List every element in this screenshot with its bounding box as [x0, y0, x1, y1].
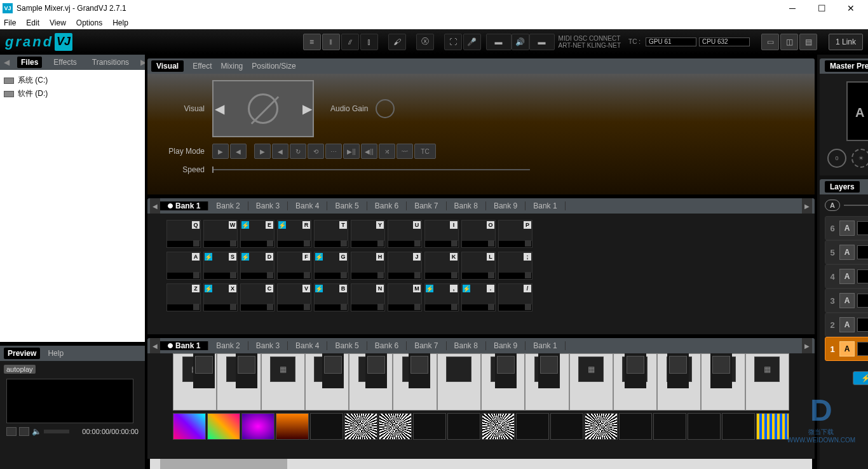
- speed-slider[interactable]: [212, 169, 530, 170]
- film-cell[interactable]: [653, 413, 686, 440]
- tab-visual[interactable]: Visual: [151, 60, 184, 72]
- black-key[interactable]: [236, 353, 257, 388]
- black-key[interactable]: [538, 353, 560, 388]
- preview-volume-slider[interactable]: [44, 430, 69, 433]
- key-slot[interactable]: [195, 356, 213, 374]
- edit-icon[interactable]: [451, 304, 458, 310]
- clip-cell[interactable]: Y: [351, 220, 385, 248]
- clip-cell[interactable]: T: [314, 220, 348, 248]
- layer-row[interactable]: 4 A B ▶ ⊙ ✎: [825, 264, 868, 289]
- close-button[interactable]: ✕: [836, 0, 865, 17]
- pulse-button[interactable]: 〰: [397, 144, 413, 159]
- edit-icon[interactable]: [414, 240, 421, 247]
- edit-icon[interactable]: [230, 240, 236, 247]
- preview-play-button[interactable]: [6, 427, 17, 436]
- clip-cell[interactable]: P: [498, 220, 532, 248]
- clip-cell[interactable]: V: [277, 283, 311, 311]
- pause-step-button[interactable]: ▶||: [343, 144, 360, 159]
- layer-row[interactable]: 2 A B ▶ ⊙ ✎: [825, 313, 868, 337]
- clip-cell[interactable]: M: [388, 283, 422, 311]
- waveform-icon[interactable]: ⫽: [341, 34, 359, 50]
- key-slot[interactable]: [712, 356, 730, 374]
- edit-icon[interactable]: [525, 272, 531, 278]
- black-key[interactable]: [667, 353, 689, 388]
- bank2-next-button[interactable]: ▶: [802, 338, 812, 353]
- clip-cell[interactable]: F: [277, 252, 311, 280]
- bank-tab-10[interactable]: Bank 1: [526, 201, 565, 210]
- bank2-prev-button[interactable]: ◀: [150, 338, 160, 353]
- maximize-button[interactable]: ☐: [807, 0, 836, 17]
- fullscreen-icon[interactable]: ⛶: [444, 34, 462, 50]
- tab-preview[interactable]: Preview: [4, 348, 40, 359]
- clip-cell[interactable]: ⚡.: [461, 283, 496, 311]
- edit-icon[interactable]: [193, 304, 200, 310]
- black-key[interactable]: [365, 353, 387, 388]
- white-key[interactable]: ▦: [745, 353, 789, 411]
- film-cell[interactable]: [688, 413, 721, 440]
- film-cell[interactable]: [241, 413, 275, 440]
- bank-tab-8[interactable]: Bank 8: [447, 201, 486, 210]
- clip-cell[interactable]: K: [424, 252, 459, 280]
- edit-icon[interactable]: [377, 240, 384, 247]
- bank-tab-9[interactable]: Bank 9: [486, 201, 526, 210]
- tab-preview-help[interactable]: Help: [48, 349, 64, 358]
- key-slot[interactable]: [540, 356, 558, 374]
- layer-row[interactable]: 5 A B ▶ ⊙ ✎: [825, 240, 868, 264]
- master-knob-1[interactable]: 0: [827, 149, 846, 168]
- bank2-tab-6[interactable]: Bank 6: [367, 341, 407, 350]
- film-cell[interactable]: [550, 413, 583, 440]
- layer-a-button[interactable]: A: [839, 317, 855, 332]
- step-back-button[interactable]: ◀: [272, 144, 288, 159]
- clip-cell[interactable]: J: [388, 252, 422, 280]
- key-slot[interactable]: [410, 356, 428, 374]
- edit-icon[interactable]: [267, 272, 273, 278]
- level-icon[interactable]: ⫿: [360, 34, 378, 50]
- layer-row[interactable]: 1 A B ▶ ⊙ ✎: [825, 337, 868, 361]
- key-slot[interactable]: [627, 356, 644, 374]
- edit-icon[interactable]: [304, 304, 310, 310]
- key-slot[interactable]: ▦: [754, 357, 780, 382]
- key-slot[interactable]: [497, 356, 515, 374]
- key-slot[interactable]: ▦: [270, 357, 295, 382]
- menu-file[interactable]: File: [4, 18, 16, 27]
- mic-icon[interactable]: 🎤: [463, 34, 481, 50]
- rewind-button[interactable]: ◀||: [361, 144, 377, 159]
- speaker-icon[interactable]: 🔊: [512, 34, 529, 50]
- edit-icon[interactable]: [488, 304, 494, 310]
- bank2-tab-2[interactable]: Bank 2: [208, 341, 248, 350]
- tc-button[interactable]: TC: [414, 144, 436, 159]
- black-key[interactable]: [495, 353, 517, 388]
- menu-help[interactable]: Help: [112, 18, 128, 27]
- brightness-knob[interactable]: ☀: [851, 149, 868, 168]
- layout-2-icon[interactable]: ◫: [780, 34, 798, 50]
- key-slot[interactable]: [446, 357, 471, 382]
- layout-1-icon[interactable]: ▭: [761, 34, 779, 50]
- key-slot[interactable]: [367, 356, 385, 374]
- bank-tab-5[interactable]: Bank 5: [327, 201, 367, 210]
- brush-icon[interactable]: 🖌: [388, 34, 406, 50]
- key-slot[interactable]: [238, 356, 255, 374]
- clip-cell[interactable]: ⚡B: [314, 283, 348, 311]
- loop-button[interactable]: ↻: [290, 144, 306, 159]
- bank2-tab-8[interactable]: Bank 8: [447, 341, 486, 350]
- edit-icon[interactable]: [304, 272, 310, 278]
- clip-cell[interactable]: Q: [166, 220, 201, 248]
- film-cell[interactable]: [276, 413, 309, 440]
- clip-cell[interactable]: W: [203, 220, 238, 248]
- clip-cell[interactable]: ⚡S: [203, 252, 238, 280]
- clear-icon[interactable]: ⓧ: [416, 34, 434, 50]
- clip-cell[interactable]: /: [498, 283, 532, 311]
- clip-cell[interactable]: ⚡R: [277, 220, 311, 248]
- edit-icon[interactable]: [451, 272, 458, 278]
- clip-cell[interactable]: I: [424, 220, 459, 248]
- black-key[interactable]: [710, 353, 732, 388]
- bank2-tab-3[interactable]: Bank 3: [248, 341, 288, 350]
- piano-scrollbar[interactable]: [150, 459, 812, 469]
- edit-icon[interactable]: [377, 304, 384, 310]
- bank-next-button[interactable]: ▶: [802, 198, 812, 214]
- menu-edit[interactable]: Edit: [26, 18, 39, 27]
- bounce-button[interactable]: ⟲: [308, 144, 324, 159]
- clip-cell[interactable]: L: [461, 252, 496, 280]
- edit-icon[interactable]: [525, 304, 531, 310]
- clip-cell[interactable]: ⚡D: [240, 252, 275, 280]
